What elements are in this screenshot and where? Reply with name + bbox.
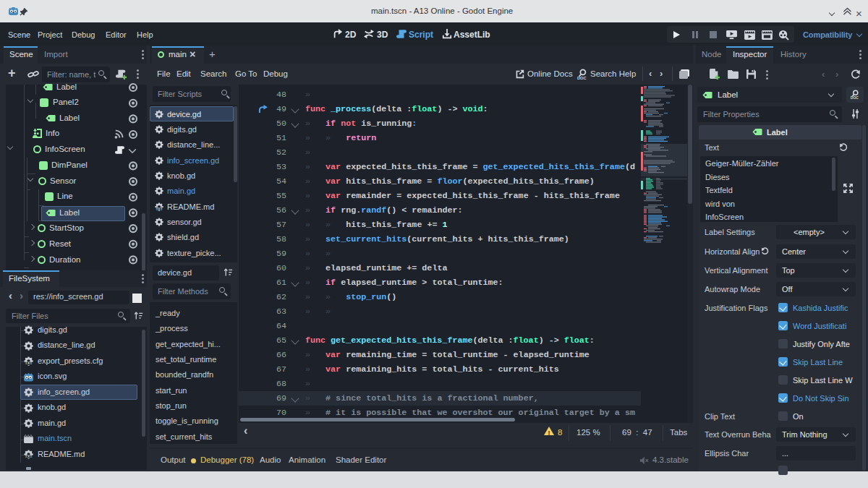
svg-text:DOC: DOC	[577, 76, 587, 80]
svg-text:DOC: DOC	[851, 96, 859, 100]
